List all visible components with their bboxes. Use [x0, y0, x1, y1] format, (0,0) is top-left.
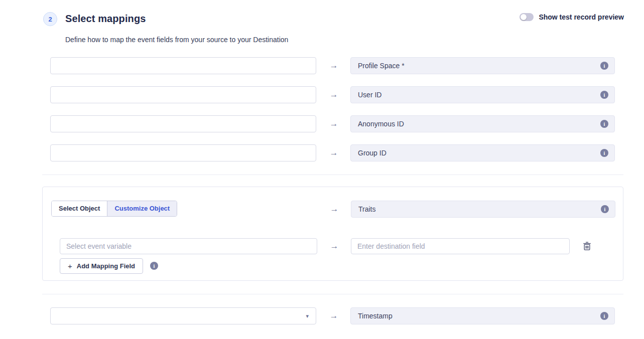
select-event-variable-input[interactable] [60, 238, 317, 254]
arrow-right-icon: → [328, 86, 340, 103]
add-mapping-info-icon[interactable]: i [150, 262, 158, 270]
destination-field-traits: Traits i [351, 201, 615, 218]
add-mapping-field-label: Add Mapping Field [77, 262, 135, 270]
source-field-input-user-id[interactable] [50, 86, 316, 103]
arrow-right-icon: → [328, 115, 340, 132]
arrow-right-icon: → [328, 307, 340, 324]
add-mapping-field-button[interactable]: + Add Mapping Field [60, 258, 143, 274]
destination-field-label: Anonymous ID [358, 120, 404, 128]
destination-field-timestamp: Timestamp i [350, 307, 615, 324]
arrow-right-icon: → [328, 238, 340, 254]
source-field-input-anonymous-id[interactable] [50, 115, 316, 132]
select-mappings-page: 2 Select mappings Define how to map the … [0, 0, 644, 339]
delete-mapping-button[interactable] [581, 240, 593, 252]
source-field-input-group-id[interactable] [50, 144, 316, 161]
page-title: Select mappings [65, 13, 146, 25]
info-icon[interactable]: i [600, 120, 608, 128]
toggle-label: Show test record preview [539, 13, 624, 21]
info-icon[interactable]: i [600, 312, 608, 320]
step-number-badge: 2 [43, 12, 57, 26]
caret-down-icon: ▾ [306, 313, 309, 319]
info-icon[interactable]: i [601, 205, 609, 213]
destination-field-label: Profile Space * [358, 62, 405, 70]
plus-icon: + [68, 262, 72, 270]
tab-customize-object[interactable]: Customize Object [107, 201, 177, 216]
show-test-record-preview-toggle[interactable] [520, 13, 534, 21]
arrow-right-icon: → [328, 144, 340, 161]
destination-field-label: Group ID [358, 149, 387, 157]
info-icon[interactable]: i [600, 149, 608, 157]
info-icon[interactable]: i [600, 62, 608, 70]
section-divider [42, 175, 623, 175]
enter-destination-field-input[interactable] [351, 238, 570, 254]
destination-field-anonymous-id: Anonymous ID i [350, 115, 615, 132]
timestamp-source-select[interactable]: ▾ [50, 307, 316, 324]
destination-field-label: Timestamp [358, 312, 393, 320]
destination-field-label: User ID [358, 91, 381, 99]
trash-icon [583, 242, 591, 251]
source-field-input-profile-space[interactable] [50, 57, 316, 74]
destination-field-group-id: Group ID i [350, 144, 615, 161]
arrow-right-icon: → [328, 201, 340, 217]
object-mode-tab-group: Select Object Customize Object [51, 201, 177, 217]
toggle-knob [521, 14, 527, 20]
arrow-right-icon: → [328, 57, 340, 74]
traits-mapping-card: Select Object Customize Object → Traits … [42, 187, 623, 281]
tab-select-object[interactable]: Select Object [52, 201, 107, 216]
destination-field-user-id: User ID i [350, 86, 615, 103]
page-subtitle: Define how to map the event fields from … [65, 36, 288, 44]
section-divider [42, 294, 623, 294]
destination-field-profile-space: Profile Space * i [350, 57, 615, 74]
destination-field-label: Traits [358, 205, 375, 213]
test-record-preview-toggle-group: Show test record preview [520, 13, 624, 21]
info-icon[interactable]: i [600, 91, 608, 99]
